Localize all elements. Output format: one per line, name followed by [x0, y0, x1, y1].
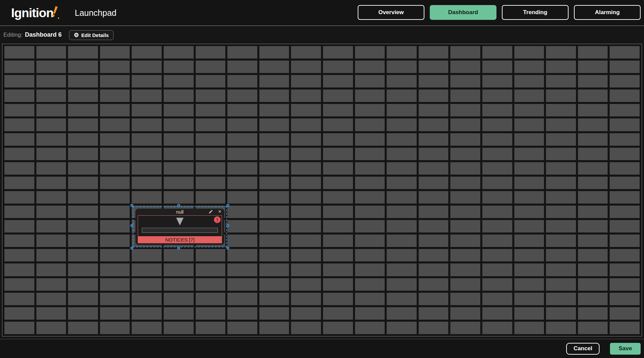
grid-cell[interactable]	[291, 278, 321, 291]
alarm-widget-card[interactable]: null ✕ ! NOTICES [7]	[135, 209, 224, 245]
grid-cell[interactable]	[450, 249, 480, 261]
selection-handle-middle-right[interactable]	[226, 224, 229, 227]
grid-cell[interactable]	[259, 46, 289, 59]
grid-cell[interactable]	[291, 133, 321, 146]
grid-cell[interactable]	[514, 104, 544, 116]
grid-cell[interactable]	[100, 148, 130, 160]
grid-cell[interactable]	[132, 104, 162, 116]
grid-cell[interactable]	[546, 249, 576, 261]
grid-cell[interactable]	[164, 177, 194, 189]
grid-cell[interactable]	[4, 133, 34, 146]
grid-cell[interactable]	[482, 220, 512, 232]
grid-cell[interactable]	[419, 307, 449, 320]
grid-cell[interactable]	[227, 235, 257, 247]
grid-cell[interactable]	[482, 322, 512, 334]
grid-cell[interactable]	[355, 191, 385, 204]
grid-cell[interactable]	[323, 307, 353, 320]
grid-cell[interactable]	[514, 148, 544, 160]
grid-cell[interactable]	[578, 162, 608, 175]
grid-cell[interactable]	[132, 263, 162, 276]
grid-cell[interactable]	[227, 220, 257, 232]
grid-cell[interactable]	[100, 177, 130, 189]
grid-cell[interactable]	[164, 162, 194, 175]
grid-cell[interactable]	[68, 278, 98, 291]
grid-cell[interactable]	[36, 162, 66, 175]
grid-cell[interactable]	[36, 133, 66, 146]
grid-cell[interactable]	[546, 206, 576, 218]
grid-cell[interactable]	[164, 148, 194, 160]
grid-cell[interactable]	[100, 278, 130, 291]
selection-handle-top-left[interactable]	[130, 204, 133, 207]
grid-cell[interactable]	[36, 293, 66, 305]
grid-cell[interactable]	[514, 307, 544, 320]
grid-cell[interactable]	[450, 235, 480, 247]
grid-cell[interactable]	[164, 278, 194, 291]
grid-cell[interactable]	[132, 307, 162, 320]
grid-cell[interactable]	[514, 61, 544, 73]
grid-cell[interactable]	[4, 263, 34, 276]
grid-cell[interactable]	[259, 307, 289, 320]
grid-cell[interactable]	[196, 148, 226, 160]
grid-cell[interactable]	[482, 104, 512, 116]
grid-cell[interactable]	[227, 191, 257, 204]
grid-cell[interactable]	[196, 133, 226, 146]
grid-cell[interactable]	[610, 249, 640, 261]
grid-cell[interactable]	[546, 61, 576, 73]
grid-cell[interactable]	[578, 118, 608, 131]
grid-cell[interactable]	[387, 220, 417, 232]
grid-cell[interactable]	[4, 61, 34, 73]
grid-cell[interactable]	[227, 177, 257, 189]
grid-cell[interactable]	[100, 46, 130, 59]
grid-cell[interactable]	[291, 307, 321, 320]
grid-cell[interactable]	[100, 220, 130, 232]
grid-cell[interactable]	[68, 235, 98, 247]
grid-cell[interactable]	[164, 118, 194, 131]
grid-cell[interactable]	[100, 75, 130, 87]
tab-overview[interactable]: Overview	[358, 5, 424, 20]
grid-cell[interactable]	[36, 75, 66, 87]
grid-cell[interactable]	[164, 307, 194, 320]
grid-cell[interactable]	[227, 90, 257, 102]
grid-cell[interactable]	[610, 307, 640, 320]
grid-cell[interactable]	[36, 104, 66, 116]
grid-cell[interactable]	[514, 322, 544, 334]
grid-cell[interactable]	[450, 46, 480, 59]
grid-cell[interactable]	[387, 118, 417, 131]
grid-cell[interactable]	[578, 133, 608, 146]
grid-cell[interactable]	[323, 61, 353, 73]
grid-cell[interactable]	[323, 263, 353, 276]
grid-cell[interactable]	[419, 249, 449, 261]
grid-cell[interactable]	[196, 249, 226, 261]
grid-cell[interactable]	[323, 293, 353, 305]
grid-cell[interactable]	[450, 61, 480, 73]
grid-cell[interactable]	[259, 148, 289, 160]
grid-cell[interactable]	[4, 90, 34, 102]
grid-cell[interactable]	[546, 235, 576, 247]
grid-cell[interactable]	[132, 46, 162, 59]
grid-cell[interactable]	[259, 263, 289, 276]
grid-cell[interactable]	[578, 235, 608, 247]
grid-cell[interactable]	[164, 104, 194, 116]
grid-cell[interactable]	[36, 90, 66, 102]
grid-cell[interactable]	[610, 75, 640, 87]
grid-cell[interactable]	[610, 148, 640, 160]
grid-cell[interactable]	[36, 148, 66, 160]
grid-cell[interactable]	[68, 293, 98, 305]
grid-cell[interactable]	[546, 278, 576, 291]
grid-cell[interactable]	[100, 322, 130, 334]
grid-cell[interactable]	[4, 104, 34, 116]
grid-cell[interactable]	[4, 46, 34, 59]
grid-cell[interactable]	[355, 61, 385, 73]
grid-cell[interactable]	[164, 75, 194, 87]
grid-cell[interactable]	[100, 104, 130, 116]
grid-cell[interactable]	[546, 46, 576, 59]
grid-cell[interactable]	[259, 249, 289, 261]
grid-cell[interactable]	[323, 90, 353, 102]
grid-cell[interactable]	[259, 133, 289, 146]
grid-cell[interactable]	[259, 61, 289, 73]
grid-cell[interactable]	[196, 118, 226, 131]
grid-cell[interactable]	[355, 278, 385, 291]
grid-cell[interactable]	[450, 293, 480, 305]
grid-cell[interactable]	[4, 249, 34, 261]
grid-cell[interactable]	[387, 61, 417, 73]
